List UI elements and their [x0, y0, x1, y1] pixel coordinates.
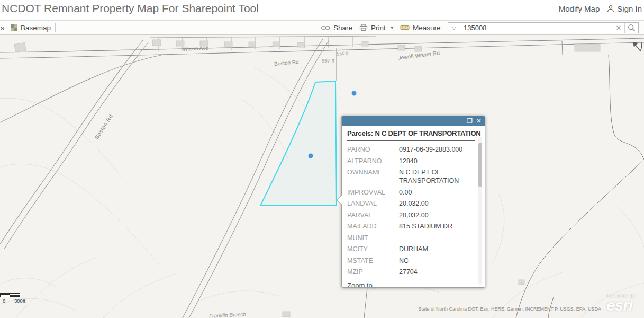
basemap-grid-icon	[11, 24, 17, 31]
scale-bar-graphic	[0, 293, 20, 297]
field-row-ownname: OWNNAME N C DEPT OF TRANSPORTATION	[347, 168, 477, 185]
field-row-mailadd: MAILADD 815 STADIUM DR	[347, 222, 477, 231]
scale-bar: 0 300ft	[0, 293, 20, 304]
search-input[interactable]	[460, 23, 613, 33]
header: NCDOT Remnant Property Map For Sharepoin…	[0, 0, 644, 20]
esri-brand-label: esri	[606, 298, 641, 313]
search-bar: ▽ ✕	[448, 22, 639, 33]
toolbar-separator	[6, 23, 6, 32]
modify-map-link[interactable]: Modify Map	[559, 4, 600, 13]
basemap-button[interactable]: Basemap	[11, 21, 51, 34]
person-icon	[607, 5, 614, 13]
header-actions: Modify Map Sign In	[559, 4, 642, 13]
popup-scrollbar-track[interactable]	[478, 137, 482, 285]
popup-divider	[347, 140, 475, 141]
measure-button[interactable]: Measure	[400, 21, 441, 34]
scale-distance-label: 300ft	[14, 298, 25, 304]
chevron-down-icon: ▽	[452, 25, 456, 31]
zoom-to-link[interactable]: Zoom to	[347, 281, 373, 288]
field-row-improvval: IMPROVVAL 0.00	[347, 188, 477, 197]
share-button[interactable]: Share	[321, 21, 352, 34]
map-viewport[interactable]: Wrenn Ave Boston Rd Jewell Wrenn Rd 550 …	[0, 35, 644, 318]
map-arrow-icon	[633, 42, 642, 51]
print-button[interactable]: Print ▼	[359, 21, 394, 34]
map-canvas[interactable]	[0, 35, 644, 318]
distance-label-567ft: 567 ft	[322, 57, 334, 64]
details-button-partial[interactable]: s	[1, 21, 4, 34]
sign-in-link[interactable]: Sign In	[607, 4, 642, 13]
popup-body: Parcels: N C DEPT OF TRANSPORTATION PARN…	[342, 126, 485, 287]
popup-close-icon[interactable]: ✕	[476, 117, 482, 125]
field-row-altparno: ALTPARNO 12840	[347, 157, 477, 165]
app-window: NCDOT Remnant Property Map For Sharepoin…	[0, 0, 644, 318]
popup-maximize-icon[interactable]: ❐	[467, 117, 473, 125]
page-title: NCDOT Remnant Property Map For Sharepoin…	[2, 2, 259, 15]
esri-logo: POWERED BY esri	[606, 294, 641, 313]
printer-icon	[359, 24, 368, 31]
share-link-icon	[321, 25, 330, 31]
distance-label-550ft: 550 ft	[337, 50, 349, 57]
toolbar-separator	[55, 23, 56, 32]
toolbar-separator	[396, 23, 396, 32]
map-attribution: State of North Carolina DOT, Esri, HERE,…	[418, 306, 601, 312]
toolbar: s Basemap Share	[0, 20, 644, 35]
search-scope-dropdown[interactable]: ▽	[448, 23, 460, 33]
field-row-parno: PARNO 0917-06-39-2883.000	[347, 145, 477, 154]
scale-zero-label: 0	[3, 298, 5, 304]
search-submit-button[interactable]	[624, 23, 638, 33]
popup-title: Parcels: N C DEPT OF TRANSPORTATION	[347, 129, 477, 137]
field-row-landval: LANDVAL 20,032.00	[347, 199, 477, 208]
parcel-popup: ❐ ✕ Parcels: N C DEPT OF TRANSPORTATION …	[341, 116, 485, 288]
field-row-mzip: MZIP 27704	[347, 268, 477, 276]
print-dropdown-caret-icon: ▼	[390, 25, 394, 30]
field-row-mstate: MSTATE NC	[347, 257, 477, 265]
search-clear-button[interactable]: ✕	[613, 23, 624, 33]
measure-ruler-icon	[400, 24, 410, 31]
field-row-parval: PARVAL 20,032.00	[347, 211, 477, 219]
close-icon: ✕	[616, 24, 622, 32]
field-row-munit: MUNIT	[347, 234, 477, 242]
popup-scrollbar-thumb[interactable]	[478, 143, 482, 187]
field-row-mcity: MCITY DURHAM	[347, 245, 477, 253]
popup-titlebar[interactable]: ❐ ✕	[342, 116, 485, 126]
search-icon	[628, 24, 636, 32]
